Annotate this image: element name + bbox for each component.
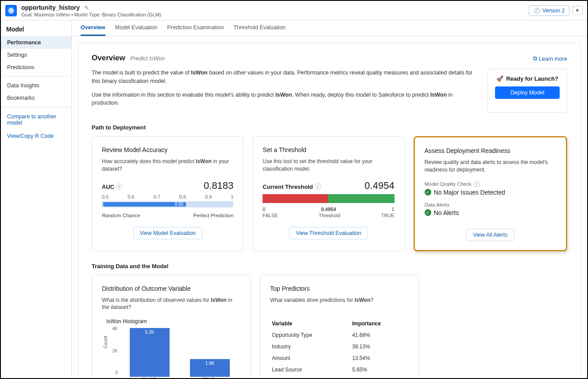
sidebar-item-data-insights[interactable]: Data Insights: [1, 79, 71, 92]
top-predictors-card: Top Predictors What variables drive pred…: [260, 275, 419, 378]
training-section-title: Training Data and the Model: [92, 263, 567, 270]
threshold-title: Set a Threshold: [263, 146, 394, 153]
auc-ticks: 0.50.60.70.80.91: [102, 194, 233, 199]
ready-label: Ready for Launch?: [506, 75, 558, 82]
predict-label: Predict IsWon: [131, 55, 165, 62]
accuracy-desc: How accurately does this model predict I…: [102, 158, 233, 173]
tab-model-evaluation[interactable]: Model Evaluation: [115, 20, 158, 36]
info-icon[interactable]: i: [315, 184, 321, 190]
sidebar: Model Performance Settings Predictions D…: [1, 20, 72, 378]
sidebar-title: Model: [1, 20, 71, 36]
sidebar-item-bookmarks[interactable]: Bookmarks: [1, 92, 71, 104]
app-logo-icon: [5, 5, 17, 16]
threshold-value: 0.4954: [364, 180, 394, 191]
histogram-chart: IsWon Histogram Count 4K 2K 0 5.2K 1.9K: [102, 318, 241, 378]
view-all-alerts-button[interactable]: View All Alerts: [466, 229, 514, 241]
auc-fill: 0.82: [103, 202, 186, 207]
bar-false: 5.2K: [130, 328, 170, 377]
launch-box: 🚀Ready for Launch? Deploy Model: [487, 69, 567, 113]
auc-right-label: Perfect Prediction: [193, 213, 234, 218]
svg-point-0: [10, 10, 12, 12]
threshold-desc: Use this tool to set the threshold value…: [263, 158, 394, 173]
accuracy-title: Review Model Accuracy: [102, 146, 233, 153]
sidebar-item-predictions[interactable]: Predictions: [1, 61, 71, 74]
distribution-card: Distribution of Outcome Variable What is…: [92, 275, 251, 378]
deploy-model-button[interactable]: Deploy Model: [495, 86, 560, 99]
tabs: Overview Model Evaluation Prediction Exa…: [72, 20, 587, 36]
table-row: Industry39.13%: [270, 341, 409, 352]
threshold-card: Set a Threshold Use this tool to set the…: [252, 136, 404, 251]
info-icon[interactable]: i: [116, 184, 122, 190]
distribution-desc: What is the distribution of observed val…: [102, 297, 241, 312]
tab-prediction-examination[interactable]: Prediction Examination: [167, 20, 224, 36]
sidebar-item-settings[interactable]: Settings: [1, 49, 71, 61]
data-alerts-status: No Alerts: [434, 209, 459, 216]
info-icon[interactable]: i: [474, 181, 480, 187]
path-section-title: Path to Deployment: [92, 124, 567, 131]
auc-value: 0.8183: [204, 180, 233, 191]
check-icon: ✓: [425, 209, 431, 216]
model-quality-status: No Major Issues Detected: [434, 189, 505, 196]
app-header: opportunity_history ✎ Goal: Maximize IsW…: [1, 1, 587, 20]
learn-more-link[interactable]: ⧉ Learn more: [533, 55, 567, 62]
view-r-code-link[interactable]: View/Copy R Code: [1, 129, 71, 143]
readiness-desc: Review quality and data alerts to assess…: [425, 159, 556, 174]
rocket-icon: 🚀: [496, 75, 503, 82]
model-quality-label: Model Quality Check: [425, 181, 472, 187]
content-panel: Overview Predict IsWon ⧉ Learn more The …: [78, 43, 581, 378]
edit-icon[interactable]: ✎: [84, 4, 89, 11]
readiness-card: Assess Deployment Readiness Review quali…: [414, 136, 567, 251]
table-row: Amount13.54%: [270, 352, 409, 364]
distribution-title: Distribution of Outcome Variable: [102, 285, 241, 292]
page-title: opportunity_history: [21, 4, 80, 11]
overview-p2: Use the information in this section to e…: [92, 91, 477, 108]
compare-link[interactable]: Compare to another model: [1, 110, 71, 129]
top-predictors-desc: What variables drive predictions for IsW…: [270, 297, 409, 311]
table-row: Opportunity Type41.68%: [270, 329, 409, 341]
table-row: Lead Source5.65%: [270, 364, 409, 375]
tab-threshold-evaluation[interactable]: Threshold Evaluation: [233, 20, 285, 36]
readiness-title: Assess Deployment Readiness: [425, 147, 556, 154]
threshold-gauge: [263, 194, 394, 203]
version-button[interactable]: 🕘 Version 2: [529, 5, 569, 16]
sidebar-item-performance[interactable]: Performance: [1, 36, 71, 49]
accuracy-card: Review Model Accuracy How accurately doe…: [92, 136, 244, 251]
external-link-icon: ⧉: [533, 55, 537, 62]
page-subtitle: Goal: Maximize IsWon • Model Type: Binar…: [21, 12, 529, 17]
data-alerts-label: Data Alerts: [425, 202, 449, 207]
overview-p1: The model is built to predict the value …: [92, 69, 477, 86]
bar-true: 1.9K: [190, 359, 230, 377]
predictors-table: VariableImportance Opportunity Type41.68…: [270, 318, 409, 375]
auc-label: AUC: [102, 184, 114, 190]
threshold-label: Current Threshold: [263, 184, 313, 190]
top-predictors-title: Top Predictors: [270, 285, 409, 292]
overview-heading: Overview: [92, 54, 125, 63]
check-icon: ✓: [425, 189, 431, 195]
clock-icon: 🕘: [534, 8, 540, 14]
version-dropdown[interactable]: ▼: [572, 6, 583, 15]
view-threshold-evaluation-button[interactable]: View Threshold Evaluation: [289, 227, 368, 239]
tab-overview[interactable]: Overview: [81, 20, 105, 36]
auc-left-label: Random Chance: [102, 213, 140, 218]
auc-gauge: 0.82: [102, 201, 233, 207]
view-model-evaluation-button[interactable]: View Model Evaluation: [133, 227, 202, 239]
